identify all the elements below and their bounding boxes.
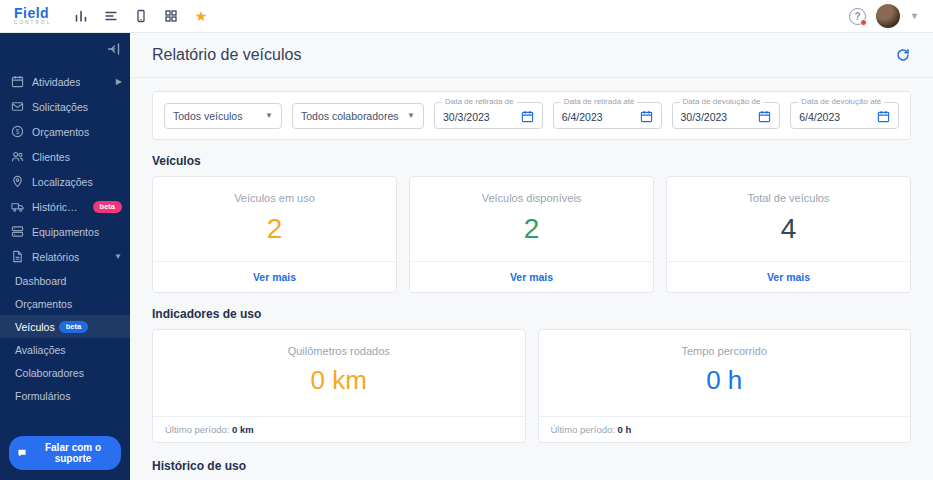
- app-window: Field control ★ ? ▼: [0, 0, 933, 480]
- stat-card-value: 2: [410, 204, 653, 261]
- chevron-down-icon: ▼: [114, 252, 122, 261]
- calendar-icon[interactable]: [877, 110, 890, 123]
- date-field-label: Data de retirada até: [561, 97, 638, 106]
- logo-text: Field: [14, 6, 51, 20]
- sidebar-item-avaliacoes[interactable]: Avaliações: [0, 338, 130, 361]
- date-retirada-ate-field[interactable]: Data de retirada até 6/4/2023: [553, 102, 662, 129]
- refresh-icon[interactable]: [895, 47, 911, 63]
- indicator-card-quilometros: Quilômetros rodados 0 km Último período:…: [152, 329, 526, 443]
- sidebar-item-dashboard[interactable]: Dashboard: [0, 269, 130, 292]
- chat-icon: [17, 447, 27, 459]
- date-field-value: 6/4/2023: [799, 111, 840, 123]
- history-section: Histórico de uso Este relatório apenas c…: [152, 459, 911, 480]
- beta-badge: beta: [59, 321, 88, 333]
- sidebar-subitem-label: Veículos: [15, 321, 55, 333]
- sidebar-item-formularios[interactable]: Formulários: [0, 384, 130, 407]
- chevron-down-icon[interactable]: ▼: [910, 11, 919, 21]
- bar-chart-icon[interactable]: [73, 9, 88, 24]
- sidebar-item-label: Localizações: [32, 176, 93, 188]
- truck-icon: [11, 200, 24, 213]
- calendar-icon[interactable]: [521, 110, 534, 123]
- indicator-card-title: Quilômetros rodados: [153, 330, 525, 357]
- list-icon[interactable]: [103, 9, 118, 24]
- map-pin-icon: [11, 175, 24, 188]
- indicator-card-title: Tempo percorrido: [539, 330, 911, 357]
- date-field-label: Data de devolução até: [798, 97, 884, 106]
- sidebar-item-label: Equipamentos: [32, 226, 99, 238]
- footer-value: 0 km: [232, 424, 254, 435]
- envelope-icon: [11, 100, 24, 113]
- stat-card-veiculos-em-uso: Veículos em uso 2 Ver mais: [152, 176, 397, 293]
- calendar-icon[interactable]: [758, 110, 771, 123]
- sidebar-item-atividades[interactable]: Atividades ▶: [0, 69, 130, 94]
- sidebar-item-label: Atividades: [32, 76, 80, 88]
- sidebar-item-orcamentos-relatorio[interactable]: Orçamentos: [0, 292, 130, 315]
- sidebar-item-label: Orçamentos: [32, 126, 89, 138]
- date-devolucao-de-field[interactable]: Data de devolução de 30/3/2023: [672, 102, 781, 129]
- date-retirada-de-field[interactable]: Data de retirada de 30/3/2023: [434, 102, 543, 129]
- indicators-section-heading: Indicadores de uso: [152, 307, 911, 321]
- sidebar-item-equipamentos[interactable]: Equipamentos: [0, 219, 130, 244]
- indicator-cards: Quilômetros rodados 0 km Último período:…: [152, 329, 911, 443]
- grid-icon[interactable]: [163, 9, 178, 24]
- sidebar-subitem-label: Orçamentos: [15, 298, 72, 310]
- ver-mais-link[interactable]: Ver mais: [153, 261, 396, 292]
- stat-card-title: Total de veículos: [667, 177, 910, 204]
- collapse-sidebar-icon[interactable]: [106, 41, 122, 57]
- sidebar-nav: Atividades ▶ Solicitações $ Orçamentos C…: [0, 69, 130, 407]
- server-icon: [11, 225, 24, 238]
- date-field-value: 30/3/2023: [681, 111, 728, 123]
- sidebar-item-historico-de-uso[interactable]: Histórico de uso beta: [0, 194, 130, 219]
- chevron-down-icon: ▼: [265, 111, 273, 120]
- calendar-icon[interactable]: [640, 110, 653, 123]
- collaborator-select-value: Todos colaboradores: [301, 110, 398, 122]
- stat-card-veiculos-disponiveis: Veículos disponíveis 2 Ver mais: [409, 176, 654, 293]
- sidebar-subitem-label: Colaboradores: [15, 367, 84, 379]
- sidebar-subitem-label: Formulários: [15, 390, 70, 402]
- sidebar-item-localizacoes[interactable]: Localizações: [0, 169, 130, 194]
- indicator-card-footer: Último período: 0 km: [153, 416, 525, 442]
- sidebar-subitem-label: Dashboard: [15, 275, 66, 287]
- chevron-right-icon: ▶: [116, 77, 122, 86]
- help-icon[interactable]: ?: [849, 8, 866, 25]
- date-field-value: 6/4/2023: [562, 111, 603, 123]
- vehicle-select[interactable]: Todos veículos ▼: [164, 103, 282, 129]
- footer-value: 0 h: [618, 424, 632, 435]
- users-icon: [11, 150, 24, 163]
- topbar-right: ? ▼: [849, 4, 919, 28]
- support-button-label: Falar com o suporte: [33, 442, 113, 464]
- sidebar-item-clientes[interactable]: Clientes: [0, 144, 130, 169]
- sidebar: Atividades ▶ Solicitações $ Orçamentos C…: [0, 33, 130, 480]
- sidebar-subitem-label: Avaliações: [15, 344, 66, 356]
- sidebar-item-label: Solicitações: [32, 101, 88, 113]
- sidebar-item-relatorios[interactable]: Relatórios ▼: [0, 244, 130, 269]
- avatar[interactable]: [876, 4, 900, 28]
- date-field-label: Data de retirada de: [442, 97, 517, 106]
- support-button[interactable]: Falar com o suporte: [9, 436, 121, 470]
- sidebar-item-orcamentos[interactable]: $ Orçamentos: [0, 119, 130, 144]
- topbar: Field control ★ ? ▼: [0, 0, 933, 33]
- page-header: Relatório de veículos: [130, 33, 933, 78]
- sidebar-item-solicitacoes[interactable]: Solicitações: [0, 94, 130, 119]
- ver-mais-link[interactable]: Ver mais: [667, 261, 910, 292]
- sidebar-item-veiculos[interactable]: Veículos beta: [0, 315, 130, 338]
- vehicles-section-heading: Veículos: [152, 154, 911, 168]
- collaborator-select[interactable]: Todos colaboradores ▼: [292, 103, 424, 129]
- date-devolucao-ate-field[interactable]: Data de devolução até 6/4/2023: [790, 102, 899, 129]
- star-icon[interactable]: ★: [193, 9, 208, 24]
- vehicles-cards: Veículos em uso 2 Ver mais Veículos disp…: [152, 176, 911, 293]
- sidebar-item-label: Relatórios: [32, 251, 79, 263]
- indicator-card-tempo: Tempo percorrido 0 h Último período: 0 h: [538, 329, 912, 443]
- sidebar-item-colaboradores[interactable]: Colaboradores: [0, 361, 130, 384]
- logo-subtext: control: [14, 21, 51, 26]
- mobile-device-icon[interactable]: [133, 9, 148, 24]
- svg-text:$: $: [16, 128, 20, 135]
- field-logo[interactable]: Field control: [14, 6, 51, 26]
- indicator-card-value: 0 h: [539, 357, 911, 416]
- stat-card-value: 4: [667, 204, 910, 261]
- ver-mais-link[interactable]: Ver mais: [410, 261, 653, 292]
- filter-bar: Todos veículos ▼ Todos colaboradores ▼ D…: [152, 91, 911, 140]
- stat-card-title: Veículos em uso: [153, 177, 396, 204]
- main-content: Relatório de veículos Todos veículos ▼ T…: [130, 33, 933, 480]
- date-field-value: 30/3/2023: [443, 111, 490, 123]
